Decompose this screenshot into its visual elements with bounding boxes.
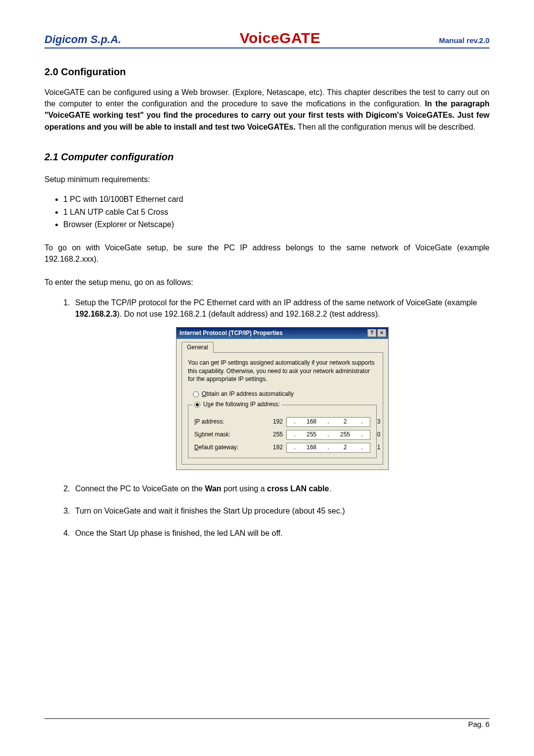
default-gateway-label: Default gateway: (194, 443, 238, 452)
underline-char: u (198, 431, 202, 438)
ip-dot-icon: . (356, 418, 368, 426)
close-button[interactable]: × (377, 329, 386, 337)
step2-mid: port using a (222, 484, 267, 493)
ip-dot-icon: . (322, 430, 334, 439)
radio-icon (193, 391, 199, 397)
list-item: 1 LAN UTP cable Cat 5 Cross (63, 206, 490, 219)
ip-octet: 192 (272, 443, 284, 452)
ip-dot-icon: . (322, 418, 334, 426)
ip-octet: 192 (272, 418, 284, 426)
enter-setup-paragraph: To enter the setup menu, go on as follow… (44, 277, 490, 288)
step2-bold2: cross LAN cable (267, 484, 329, 493)
ip-octet: 255 (306, 430, 317, 439)
section-title-config: 2.0 Configuration (44, 66, 490, 78)
label-rest: P address: (196, 418, 224, 425)
ip-octet: 2 (339, 443, 351, 452)
step2-pre: Connect the PC to VoiceGate on the (75, 484, 205, 493)
brand-center: VoiceGATE (240, 30, 320, 47)
list-item: Setup the TCP/IP protocol for the PC Eth… (72, 297, 490, 470)
radio-icon (194, 402, 200, 408)
dialog-titlebar: Internet Protocol (TCP/IP) Properties ? … (177, 328, 388, 339)
dialog-description: You can get IP settings assigned automat… (188, 359, 377, 383)
radio-obtain-auto[interactable]: Obtain an IP address automatically (193, 390, 377, 398)
ip-dot-icon: . (322, 443, 334, 452)
ip-dot-icon: . (289, 443, 301, 452)
ip-dot-icon: . (289, 418, 301, 426)
brand-left: Digicom S.p.A. (44, 33, 121, 46)
list-item: Browser (Explorer or Netscape) (63, 218, 490, 231)
step1-bold: 192.168.2.3 (75, 310, 117, 318)
config-intro-text: VoiceGATE can be configured using a Web … (44, 88, 490, 108)
network-paragraph: To go on with VoiceGate setup, be sure t… (44, 242, 490, 265)
list-item: Once the Start Up phase is finished, the… (72, 527, 490, 539)
dialog-title: Internet Protocol (TCP/IP) Properties (179, 329, 283, 337)
label-rest: btain an IP address automatically (206, 390, 294, 397)
dialog-tabpanel: You can get IP settings assigned automat… (181, 352, 383, 464)
ip-octet: 168 (306, 443, 317, 452)
subnet-mask-label: Subnet mask: (194, 430, 230, 439)
radio-label-auto: Obtain an IP address automatically (202, 390, 294, 398)
brand-right: Manual rev.2.0 (439, 36, 490, 45)
subnet-mask-field[interactable]: 255. 255. 255. 0 (286, 430, 370, 440)
list-item: Turn on VoiceGate and wait it finishes t… (72, 505, 490, 517)
step1-pre: Setup the TCP/IP protocol for the PC Eth… (75, 298, 477, 307)
ip-octet: 255 (272, 430, 284, 439)
ip-octet: 2 (339, 418, 351, 426)
section-title-computer-config: 2.1 Computer configuration (44, 151, 490, 163)
requirements-list: 1 PC with 10/100BT Ethernet card 1 LAN U… (63, 193, 490, 231)
page-header: Digicom S.p.A. VoiceGATE Manual rev.2.0 (44, 30, 490, 48)
config-intro-tail: Then all the configuration menus will be… (298, 123, 475, 131)
label-pre: U (203, 401, 208, 408)
step2-bold1: Wan (205, 484, 221, 493)
steps-list: Setup the TCP/IP protocol for the PC Eth… (72, 297, 490, 539)
radio-use-following[interactable]: Use the following IP address: (194, 400, 280, 409)
ip-dot-icon: . (356, 430, 368, 439)
ip-octet: 255 (339, 430, 351, 439)
tab-general[interactable]: General (181, 342, 214, 353)
tcpip-properties-dialog: Internet Protocol (TCP/IP) Properties ? … (176, 327, 389, 470)
ip-address-field[interactable]: 192. 168. 2. 3 (286, 417, 370, 427)
step1-post: ). Do not use 192.168.2.1 (default addre… (117, 310, 380, 318)
ip-address-label: IP address: (194, 418, 224, 426)
ip-octet: 3 (373, 418, 385, 426)
list-item: 1 PC with 10/100BT Ethernet card (63, 193, 490, 206)
label-rest: bnet mask: (202, 431, 231, 438)
config-intro-paragraph: VoiceGATE can be configured using a Web … (44, 87, 490, 133)
page-footer: Pag. 6 (44, 718, 490, 728)
ip-octet: 1 (373, 443, 385, 452)
radio-dot-icon (196, 403, 199, 406)
use-following-ip-group: Use the following IP address: IP address… (188, 400, 377, 458)
underline-char: D (194, 444, 199, 451)
setup-min-label: Setup minimum requirements: (44, 174, 490, 185)
help-button[interactable]: ? (367, 329, 376, 337)
step2-post: . (329, 484, 331, 493)
label-rest: e the following IP address: (211, 401, 280, 408)
list-item: Connect the PC to VoiceGate on the Wan p… (72, 483, 490, 494)
radio-label-use: Use the following IP address: (203, 400, 280, 409)
page-number: Pag. 6 (468, 720, 490, 728)
ip-octet: 0 (373, 430, 385, 439)
ip-dot-icon: . (356, 443, 368, 452)
ip-dot-icon: . (289, 430, 301, 439)
underline-char: O (202, 390, 206, 397)
label-rest: efault gateway: (199, 444, 239, 451)
default-gateway-field[interactable]: 192. 168. 2. 1 (286, 443, 370, 453)
label-pre: S (194, 431, 198, 438)
ip-octet: 168 (306, 418, 317, 426)
